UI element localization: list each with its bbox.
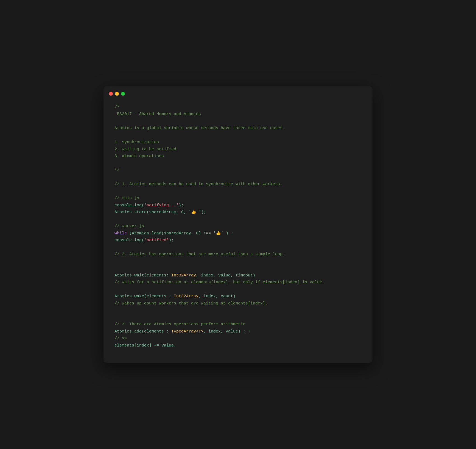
code-line: Atomics.wait(elements: Int32Array, index…: [114, 272, 362, 279]
code-line: console.log('notifying...');: [114, 202, 362, 209]
code-line: while (Atomics.load(sharedArray, 0) !== …: [114, 230, 362, 237]
blank-line: [114, 188, 362, 195]
code-line: ES2017 - Shared Memory and Atomics: [114, 111, 362, 118]
code-line: Atomics.wake(elements : Int32Array, inde…: [114, 293, 362, 300]
code-line: // main.js: [114, 195, 362, 202]
code-line: // worker.js: [114, 223, 362, 230]
blank-line: [114, 286, 362, 293]
maximize-button[interactable]: [121, 92, 125, 96]
code-line: // waits for a notification at elements[…: [114, 279, 362, 286]
code-editor: /* ES2017 - Shared Memory and Atomics At…: [103, 101, 373, 352]
code-line: console.log('notified');: [114, 237, 362, 244]
close-button[interactable]: [109, 92, 113, 96]
blank-line: [114, 160, 362, 167]
title-bar: [103, 92, 373, 101]
blank-line: [114, 216, 362, 223]
editor-window: /* ES2017 - Shared Memory and Atomics At…: [103, 86, 373, 363]
blank-line: [114, 307, 362, 314]
code-line: Atomics.store(sharedArray, 0, '👍 ');: [114, 209, 362, 216]
blank-line: [114, 258, 362, 265]
code-line: Atomics is a global variable whose metho…: [114, 125, 362, 132]
code-line: // wakes up count workers that are waiti…: [114, 300, 362, 307]
code-line: // 2. Atomics has operations that are mo…: [114, 251, 362, 258]
code-line: 2. waiting to be notified: [114, 146, 362, 153]
code-line: // 3. There are Atomics operations perfo…: [114, 321, 362, 328]
code-line: 1. synchronization: [114, 139, 362, 146]
blank-line: [114, 174, 362, 181]
minimize-button[interactable]: [115, 92, 119, 96]
blank-line: [114, 118, 362, 125]
code-line: // 1. Atomics methods can be used to syn…: [114, 181, 362, 188]
code-line: 3. atomic operations: [114, 153, 362, 160]
code-line: elements[index] += value;: [114, 342, 362, 349]
blank-line: [114, 244, 362, 251]
code-line: Atomics.add(elements : TypedArray<T>, in…: [114, 328, 362, 335]
blank-line: [114, 265, 362, 272]
code-line: /*: [114, 104, 362, 111]
code-line: */: [114, 167, 362, 174]
blank-line: [114, 132, 362, 139]
blank-line: [114, 314, 362, 321]
code-line: // Vs: [114, 335, 362, 342]
